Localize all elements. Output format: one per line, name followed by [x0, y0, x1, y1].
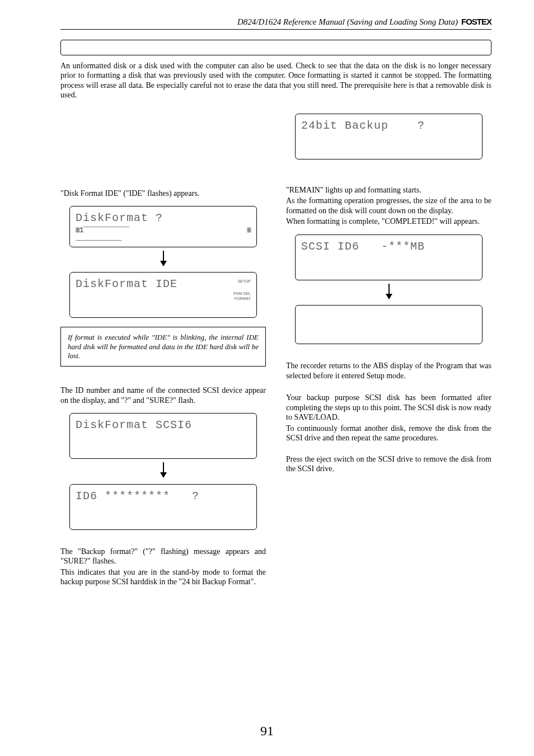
header-title: D824/D1624 Reference Manual (Saving and …	[237, 17, 458, 27]
down-arrow-icon	[69, 251, 257, 269]
right-p4a: "REMAIN" lights up and formatting starts…	[286, 185, 491, 195]
lcd-text: DiskFormat IDE	[76, 277, 251, 291]
lcd-diskformat-ide: DiskFormat IDE SETUP PGM SEL FORMAT	[69, 272, 257, 318]
two-column-layout: "Disk Format IDE" ("IDE" flashes) appear…	[60, 110, 491, 595]
lcd-diskformat-scsi6: DiskFormat SCSI6	[69, 413, 257, 459]
left-column: "Disk Format IDE" ("IDE" flashes) appear…	[60, 110, 266, 595]
lcd-id6: ID6 ********* ?	[69, 484, 257, 530]
right-p4c: When formatting is complete, "COMPLETED!…	[286, 217, 491, 227]
left-p2: The ID number and name of the connected …	[60, 386, 266, 405]
right-column: 24bit Backup ? "REMAIN" lights up and fo…	[286, 110, 491, 595]
svg-marker-1	[160, 261, 167, 266]
lcd-text: ID6 ********* ?	[76, 489, 251, 503]
down-arrow-icon	[295, 284, 483, 302]
empty-notice-box	[60, 40, 491, 55]
lcd-text: SCSI ID6 -***MB	[301, 240, 476, 253]
right-p6: Your backup purpose SCSI disk has been f…	[286, 393, 491, 422]
left-p3b: This indicates that you are in the stand…	[60, 567, 266, 587]
setup-label: SETUP	[238, 279, 251, 284]
lcd-diskformat-question: DiskFormat ? ≣1‾‾‾‾‾‾‾‾‾‾‾‾ ≣ __________…	[69, 206, 257, 247]
lcd-24bit-backup: 24bit Backup ?	[295, 114, 483, 159]
lcd-empty	[295, 305, 483, 344]
down-arrow-icon	[69, 462, 257, 481]
page-header: D824/D1624 Reference Manual (Saving and …	[60, 17, 491, 30]
page-number: 91	[0, 722, 534, 739]
svg-marker-5	[386, 294, 392, 299]
right-p8: Press the eject switch on the SCSI drive…	[286, 454, 491, 474]
right-p4b: As the formatting operation progresses, …	[286, 196, 491, 215]
lcd-scsi-id6-mb: SCSI ID6 -***MB	[295, 234, 483, 280]
lcd-meter-bottom: ____________	[76, 233, 251, 242]
format-label: PGM SEL FORMAT	[233, 292, 251, 302]
caution-note: If format is executed while "IDE" is bli…	[60, 327, 266, 367]
lcd-text: 24bit Backup ?	[301, 119, 476, 133]
svg-marker-3	[160, 472, 167, 478]
left-p1: "Disk Format IDE" ("IDE" flashes) appear…	[60, 189, 266, 199]
brand-logo: FOSTEX	[461, 17, 491, 27]
right-p7: To continuously format another disk, rem…	[286, 424, 491, 443]
intro-paragraph: An unformatted disk or a disk used with …	[60, 61, 491, 100]
right-p5: The recorder returns to the ABS display …	[286, 361, 491, 381]
left-p3a: The "Backup format?" ("?" flashing) mess…	[60, 547, 266, 566]
lcd-meter-right: ≣	[247, 226, 251, 235]
lcd-text: DiskFormat SCSI6	[76, 418, 251, 432]
lcd-text: DiskFormat ?	[76, 211, 251, 225]
page: D824/D1624 Reference Manual (Saving and …	[0, 0, 534, 756]
